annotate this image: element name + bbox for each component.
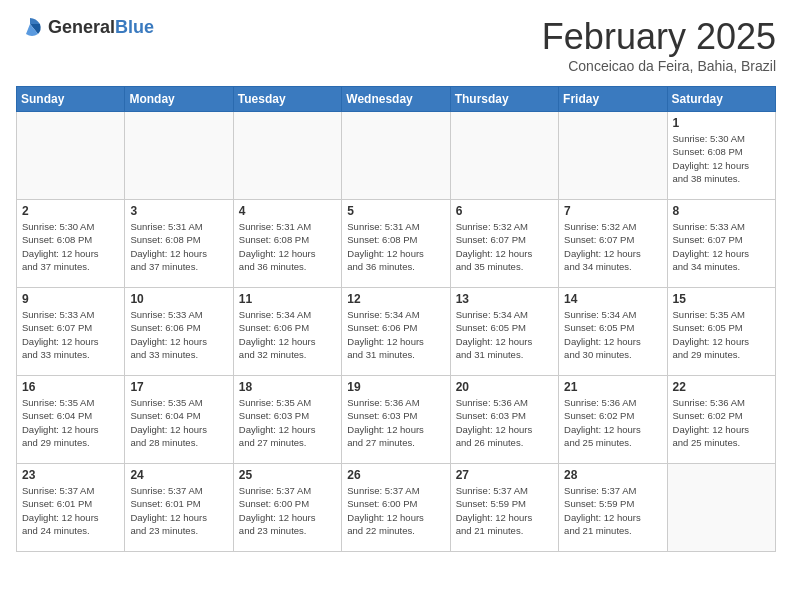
- day-number: 22: [673, 380, 770, 394]
- day-header-sunday: Sunday: [17, 87, 125, 112]
- day-number: 24: [130, 468, 227, 482]
- day-number: 16: [22, 380, 119, 394]
- day-number: 14: [564, 292, 661, 306]
- days-of-week-row: SundayMondayTuesdayWednesdayThursdayFrid…: [17, 87, 776, 112]
- day-header-tuesday: Tuesday: [233, 87, 341, 112]
- day-number: 7: [564, 204, 661, 218]
- calendar-cell: [233, 112, 341, 200]
- title-block: February 2025 Conceicao da Feira, Bahia,…: [542, 16, 776, 74]
- calendar-cell: 19Sunrise: 5:36 AM Sunset: 6:03 PM Dayli…: [342, 376, 450, 464]
- day-info: Sunrise: 5:37 AM Sunset: 6:01 PM Dayligh…: [22, 484, 119, 537]
- calendar-cell: [667, 464, 775, 552]
- day-header-monday: Monday: [125, 87, 233, 112]
- day-number: 18: [239, 380, 336, 394]
- day-info: Sunrise: 5:34 AM Sunset: 6:06 PM Dayligh…: [347, 308, 444, 361]
- calendar-cell: 14Sunrise: 5:34 AM Sunset: 6:05 PM Dayli…: [559, 288, 667, 376]
- day-number: 19: [347, 380, 444, 394]
- day-info: Sunrise: 5:30 AM Sunset: 6:08 PM Dayligh…: [673, 132, 770, 185]
- logo-wordmark: GeneralBlue: [48, 17, 154, 38]
- calendar-cell: 2Sunrise: 5:30 AM Sunset: 6:08 PM Daylig…: [17, 200, 125, 288]
- day-number: 28: [564, 468, 661, 482]
- calendar-cell: 9Sunrise: 5:33 AM Sunset: 6:07 PM Daylig…: [17, 288, 125, 376]
- day-info: Sunrise: 5:36 AM Sunset: 6:03 PM Dayligh…: [456, 396, 553, 449]
- day-number: 10: [130, 292, 227, 306]
- calendar-cell: [17, 112, 125, 200]
- logo: GeneralBlue: [16, 16, 154, 38]
- calendar-cell: [559, 112, 667, 200]
- day-number: 4: [239, 204, 336, 218]
- calendar-cell: 27Sunrise: 5:37 AM Sunset: 5:59 PM Dayli…: [450, 464, 558, 552]
- calendar-header: SundayMondayTuesdayWednesdayThursdayFrid…: [17, 87, 776, 112]
- day-number: 11: [239, 292, 336, 306]
- day-info: Sunrise: 5:35 AM Sunset: 6:04 PM Dayligh…: [130, 396, 227, 449]
- day-number: 8: [673, 204, 770, 218]
- calendar-cell: 13Sunrise: 5:34 AM Sunset: 6:05 PM Dayli…: [450, 288, 558, 376]
- calendar-cell: 26Sunrise: 5:37 AM Sunset: 6:00 PM Dayli…: [342, 464, 450, 552]
- calendar-cell: 21Sunrise: 5:36 AM Sunset: 6:02 PM Dayli…: [559, 376, 667, 464]
- day-info: Sunrise: 5:34 AM Sunset: 6:05 PM Dayligh…: [456, 308, 553, 361]
- calendar-cell: 12Sunrise: 5:34 AM Sunset: 6:06 PM Dayli…: [342, 288, 450, 376]
- day-info: Sunrise: 5:37 AM Sunset: 6:01 PM Dayligh…: [130, 484, 227, 537]
- calendar-cell: 23Sunrise: 5:37 AM Sunset: 6:01 PM Dayli…: [17, 464, 125, 552]
- day-number: 27: [456, 468, 553, 482]
- day-number: 25: [239, 468, 336, 482]
- day-info: Sunrise: 5:34 AM Sunset: 6:05 PM Dayligh…: [564, 308, 661, 361]
- day-info: Sunrise: 5:31 AM Sunset: 6:08 PM Dayligh…: [239, 220, 336, 273]
- calendar-cell: [450, 112, 558, 200]
- day-header-saturday: Saturday: [667, 87, 775, 112]
- day-info: Sunrise: 5:34 AM Sunset: 6:06 PM Dayligh…: [239, 308, 336, 361]
- day-info: Sunrise: 5:36 AM Sunset: 6:02 PM Dayligh…: [564, 396, 661, 449]
- calendar-cell: 7Sunrise: 5:32 AM Sunset: 6:07 PM Daylig…: [559, 200, 667, 288]
- day-number: 17: [130, 380, 227, 394]
- day-info: Sunrise: 5:35 AM Sunset: 6:03 PM Dayligh…: [239, 396, 336, 449]
- calendar-cell: 22Sunrise: 5:36 AM Sunset: 6:02 PM Dayli…: [667, 376, 775, 464]
- day-number: 21: [564, 380, 661, 394]
- calendar-cell: 24Sunrise: 5:37 AM Sunset: 6:01 PM Dayli…: [125, 464, 233, 552]
- calendar-cell: 11Sunrise: 5:34 AM Sunset: 6:06 PM Dayli…: [233, 288, 341, 376]
- day-info: Sunrise: 5:33 AM Sunset: 6:06 PM Dayligh…: [130, 308, 227, 361]
- calendar-cell: [342, 112, 450, 200]
- calendar-cell: 18Sunrise: 5:35 AM Sunset: 6:03 PM Dayli…: [233, 376, 341, 464]
- calendar-cell: 4Sunrise: 5:31 AM Sunset: 6:08 PM Daylig…: [233, 200, 341, 288]
- logo-blue: Blue: [115, 17, 154, 37]
- day-info: Sunrise: 5:33 AM Sunset: 6:07 PM Dayligh…: [22, 308, 119, 361]
- calendar-cell: 5Sunrise: 5:31 AM Sunset: 6:08 PM Daylig…: [342, 200, 450, 288]
- calendar-cell: 15Sunrise: 5:35 AM Sunset: 6:05 PM Dayli…: [667, 288, 775, 376]
- calendar-cell: [125, 112, 233, 200]
- week-row-1: 1Sunrise: 5:30 AM Sunset: 6:08 PM Daylig…: [17, 112, 776, 200]
- day-number: 23: [22, 468, 119, 482]
- day-number: 2: [22, 204, 119, 218]
- day-info: Sunrise: 5:37 AM Sunset: 6:00 PM Dayligh…: [239, 484, 336, 537]
- calendar-cell: 8Sunrise: 5:33 AM Sunset: 6:07 PM Daylig…: [667, 200, 775, 288]
- day-info: Sunrise: 5:36 AM Sunset: 6:03 PM Dayligh…: [347, 396, 444, 449]
- day-info: Sunrise: 5:31 AM Sunset: 6:08 PM Dayligh…: [347, 220, 444, 273]
- calendar-cell: 3Sunrise: 5:31 AM Sunset: 6:08 PM Daylig…: [125, 200, 233, 288]
- day-info: Sunrise: 5:30 AM Sunset: 6:08 PM Dayligh…: [22, 220, 119, 273]
- logo-general: General: [48, 17, 115, 37]
- day-info: Sunrise: 5:36 AM Sunset: 6:02 PM Dayligh…: [673, 396, 770, 449]
- calendar-cell: 20Sunrise: 5:36 AM Sunset: 6:03 PM Dayli…: [450, 376, 558, 464]
- calendar-cell: 16Sunrise: 5:35 AM Sunset: 6:04 PM Dayli…: [17, 376, 125, 464]
- calendar-cell: 17Sunrise: 5:35 AM Sunset: 6:04 PM Dayli…: [125, 376, 233, 464]
- calendar-cell: 6Sunrise: 5:32 AM Sunset: 6:07 PM Daylig…: [450, 200, 558, 288]
- day-info: Sunrise: 5:32 AM Sunset: 6:07 PM Dayligh…: [564, 220, 661, 273]
- day-number: 9: [22, 292, 119, 306]
- week-row-5: 23Sunrise: 5:37 AM Sunset: 6:01 PM Dayli…: [17, 464, 776, 552]
- day-number: 13: [456, 292, 553, 306]
- day-info: Sunrise: 5:35 AM Sunset: 6:05 PM Dayligh…: [673, 308, 770, 361]
- week-row-4: 16Sunrise: 5:35 AM Sunset: 6:04 PM Dayli…: [17, 376, 776, 464]
- calendar-body: 1Sunrise: 5:30 AM Sunset: 6:08 PM Daylig…: [17, 112, 776, 552]
- month-title: February 2025: [542, 16, 776, 58]
- day-info: Sunrise: 5:37 AM Sunset: 6:00 PM Dayligh…: [347, 484, 444, 537]
- day-number: 1: [673, 116, 770, 130]
- day-number: 3: [130, 204, 227, 218]
- day-info: Sunrise: 5:35 AM Sunset: 6:04 PM Dayligh…: [22, 396, 119, 449]
- page-header: GeneralBlue February 2025 Conceicao da F…: [16, 16, 776, 74]
- calendar-cell: 1Sunrise: 5:30 AM Sunset: 6:08 PM Daylig…: [667, 112, 775, 200]
- day-header-thursday: Thursday: [450, 87, 558, 112]
- calendar-table: SundayMondayTuesdayWednesdayThursdayFrid…: [16, 86, 776, 552]
- calendar-cell: 28Sunrise: 5:37 AM Sunset: 5:59 PM Dayli…: [559, 464, 667, 552]
- day-info: Sunrise: 5:37 AM Sunset: 5:59 PM Dayligh…: [456, 484, 553, 537]
- day-number: 5: [347, 204, 444, 218]
- day-info: Sunrise: 5:31 AM Sunset: 6:08 PM Dayligh…: [130, 220, 227, 273]
